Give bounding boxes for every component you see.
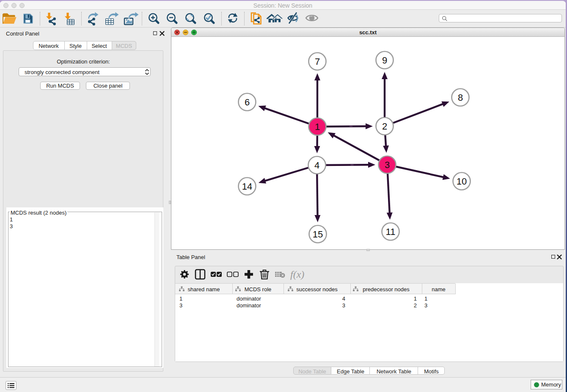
svg-text:f(x): f(x) [290,269,304,280]
svg-text:7: 7 [315,56,320,67]
svg-text:9: 9 [382,55,387,66]
svg-text:3: 3 [385,160,390,170]
svg-text:10: 10 [457,176,467,187]
svg-text:8: 8 [458,92,463,103]
svg-text:11: 11 [386,226,396,237]
svg-text:15: 15 [313,229,323,240]
svg-text:14: 14 [242,181,252,192]
svg-text:1: 1 [315,121,320,132]
svg-text:6: 6 [245,97,250,108]
svg-text:4: 4 [314,160,319,171]
svg-text:2: 2 [382,121,387,132]
